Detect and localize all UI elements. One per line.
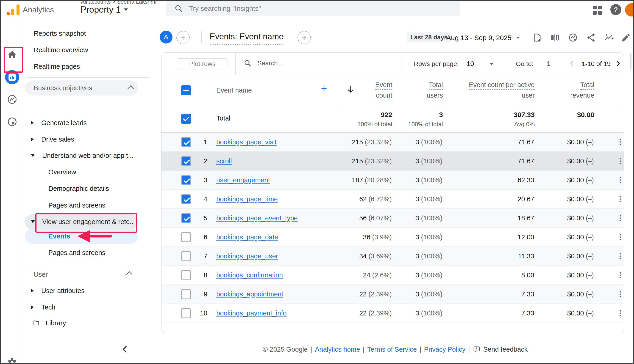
rows-per-page-value[interactable]: 10 (467, 60, 474, 68)
edit-pencil-icon[interactable] (621, 32, 631, 42)
global-search-input[interactable] (188, 4, 396, 12)
column-event-count-per-active-user[interactable]: Event count per active user (469, 81, 535, 100)
date-chevron-down-icon[interactable] (516, 37, 520, 39)
row-menu-kebab-icon[interactable] (616, 157, 624, 165)
table-row[interactable]: 9 bookings_appointment 22(2.39%) 3(100%)… (161, 285, 624, 304)
sidebar-section-business-objectives[interactable]: Business objectives (25, 80, 138, 96)
sort-descending-icon[interactable] (346, 85, 355, 94)
sidebar-item-overview-1[interactable]: Overview (24, 164, 152, 180)
add-report-tab-button[interactable]: + (176, 31, 190, 44)
analytics-logo-icon[interactable] (7, 4, 20, 15)
sidebar-item-realtime-overview[interactable]: Realtime overview (24, 42, 152, 58)
total-row-checkbox[interactable] (181, 114, 191, 124)
row-total-users: 3(100%) (415, 234, 443, 241)
table-row[interactable]: 7 bookings_page_user 34(3.69%) 3(100%) 1… (161, 247, 624, 266)
sidebar-item-library[interactable]: Library (24, 315, 152, 331)
explore-icon[interactable] (7, 94, 18, 105)
event-name-link[interactable]: bookings_confirmation (216, 272, 283, 279)
terms-of-service-link[interactable]: Terms of Service (367, 346, 417, 353)
sidebar-item-reports-snapshot[interactable]: Reports snapshot (24, 25, 152, 42)
row-menu-kebab-icon[interactable] (616, 195, 624, 203)
account-avatar[interactable] (625, 3, 634, 16)
table-row[interactable]: 8 bookings_confirmation 24(2.6%) 3(100%)… (161, 266, 624, 285)
column-event-name[interactable]: Event name (216, 86, 252, 94)
comparison-icon[interactable] (550, 32, 560, 42)
prev-page-icon[interactable] (568, 60, 576, 68)
row-menu-kebab-icon[interactable] (616, 252, 624, 260)
sidebar-item-realtime-pages[interactable]: Realtime pages (24, 58, 152, 75)
notes-icon[interactable] (532, 32, 542, 42)
privacy-policy-link[interactable]: Privacy Policy (424, 346, 466, 353)
event-name-link[interactable]: bookings_payment_info (216, 310, 287, 317)
date-preset-chip[interactable]: Last 28 days (407, 32, 451, 42)
column-total-revenue[interactable]: Total revenue (570, 81, 594, 100)
help-icon[interactable]: ? (610, 4, 621, 15)
row-menu-kebab-icon[interactable] (616, 271, 624, 279)
add-column-icon[interactable]: + (321, 82, 327, 94)
row-menu-kebab-icon[interactable] (616, 214, 624, 222)
row-menu-kebab-icon[interactable] (616, 309, 624, 317)
sidebar-item-pages-and-screens-1[interactable]: Pages and screens (24, 197, 152, 214)
property-selector[interactable]: Property 1 (81, 5, 128, 15)
column-event-count[interactable]: Event count (375, 81, 392, 100)
send-feedback-link[interactable]: Send feedback (483, 346, 528, 353)
plot-rows-button[interactable]: Plot rows (177, 58, 228, 70)
sidebar-section-user[interactable]: User (24, 266, 152, 283)
table-search[interactable] (244, 59, 377, 67)
home-icon[interactable] (7, 49, 18, 60)
event-name-link[interactable]: bookings_page_time (216, 196, 278, 203)
row-menu-kebab-icon[interactable] (616, 290, 624, 298)
table-row[interactable]: 4 bookings_page_time 62(6.72%) 3(100%) 2… (161, 190, 624, 209)
collapse-sidebar-icon[interactable] (120, 344, 130, 354)
add-comparison-button[interactable]: + (298, 31, 311, 44)
table-row[interactable]: 5 bookings_page_event_type 56(6.07%) 3(1… (161, 209, 624, 228)
share-icon[interactable] (586, 32, 596, 42)
sidebar-item-user-attributes[interactable]: User attributes (24, 282, 152, 299)
sidebar-item-view-user-engagement[interactable]: View user engagement & rete.. (25, 214, 138, 229)
global-search[interactable] (166, 1, 460, 16)
table-row[interactable]: 3 user_engagement 187(20.28%) 3(100%) 62… (161, 171, 624, 190)
event-name-link[interactable]: bookings_page_visit (216, 138, 277, 146)
sidebar-item-events[interactable]: Events (25, 228, 138, 244)
sidebar-item-pages-and-screens-2[interactable]: Pages and screens (24, 244, 152, 261)
next-page-icon[interactable] (614, 60, 622, 68)
row-menu-kebab-icon[interactable] (616, 138, 624, 146)
sidebar-item-generate-leads[interactable]: Generate leads (24, 114, 152, 131)
sparkline-insights-icon[interactable] (604, 32, 614, 42)
total-users: 3 100% of total (408, 111, 443, 128)
table-row[interactable]: 2 scroll 215(23.32%) 3(100%) 71.67 $0.00… (161, 152, 624, 171)
report-avatar[interactable]: A (160, 31, 172, 44)
sidebar-item-demographic-details[interactable]: Demographic details (24, 180, 152, 197)
sidebar-item-understand-web[interactable]: Understand web and/or app t... (24, 147, 152, 164)
breadcrumb[interactable]: All accounts > Seetha Lakshmi (81, 0, 156, 5)
table-search-input[interactable] (257, 59, 377, 67)
row-menu-kebab-icon[interactable] (616, 233, 624, 241)
reports-icon[interactable] (5, 70, 19, 84)
rows-per-page-chevron-icon[interactable] (490, 63, 493, 65)
report-title[interactable]: Events: Event name (210, 32, 284, 45)
row-event-count: 187(20.28%) (352, 176, 392, 184)
event-name-link[interactable]: user_engagement (216, 176, 270, 184)
sidebar-item-tech[interactable]: Tech (24, 299, 152, 316)
event-name-link[interactable]: scroll (216, 157, 232, 165)
event-name-link[interactable]: bookings_page_date (216, 234, 278, 241)
table-row[interactable]: 10 bookings_payment_info 22(2.39%) 3(100… (161, 304, 624, 323)
select-all-checkbox[interactable] (181, 85, 191, 95)
settings-gear-icon[interactable] (7, 357, 18, 364)
column-total-users[interactable]: Total users (427, 81, 443, 100)
apps-grid-icon[interactable] (593, 6, 602, 15)
table-row[interactable]: 1 bookings_page_visit 215(23.32%) 3(100%… (161, 133, 624, 152)
scrollbar-thumb[interactable] (630, 53, 631, 70)
event-name-link[interactable]: bookings_appointment (216, 290, 283, 298)
event-name-link[interactable]: bookings_page_event_type (216, 214, 298, 222)
advertising-icon[interactable] (7, 116, 18, 127)
goto-value[interactable]: 1 (547, 60, 550, 68)
sidebar-item-drive-sales[interactable]: Drive sales (24, 131, 152, 148)
row-menu-kebab-icon[interactable] (616, 176, 624, 184)
analytics-home-link[interactable]: Analytics home (315, 346, 360, 353)
event-name-link[interactable]: bookings_page_user (216, 252, 278, 260)
table-row[interactable]: 6 bookings_page_date 36(3.9%) 3(100%) 12… (161, 228, 624, 247)
insights-icon[interactable] (568, 32, 578, 42)
date-range[interactable]: Aug 13 - Sep 9, 2025 (446, 34, 512, 42)
expand-right-icon (31, 289, 34, 292)
